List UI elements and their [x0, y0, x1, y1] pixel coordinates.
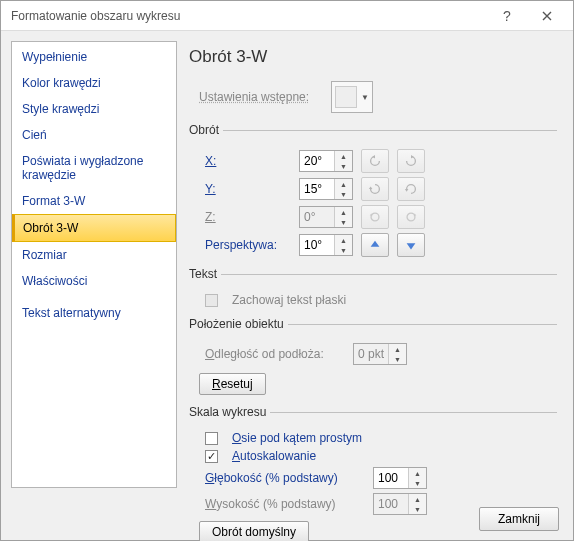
- y-label: Y:: [205, 182, 291, 196]
- svg-point-0: [371, 213, 379, 221]
- distance-spinner-arrows: ▲▼: [388, 344, 406, 364]
- arrow-up-icon: [368, 238, 382, 252]
- help-button[interactable]: ?: [487, 2, 527, 30]
- depth-label: Głębokość (% podstawy): [205, 471, 365, 485]
- rotation-group: Obrót X: ▲▼ Y:: [189, 123, 557, 261]
- z-rotate-ccw-button: [361, 205, 389, 229]
- preset-swatch-icon: [335, 86, 357, 108]
- sidebar-item-border-styles[interactable]: Style krawędzi: [12, 96, 176, 122]
- perspective-spinner-arrows[interactable]: ▲▼: [334, 235, 352, 255]
- close-button[interactable]: [527, 2, 567, 30]
- sidebar-item-3d-format[interactable]: Format 3-W: [12, 188, 176, 214]
- reset-button[interactable]: Resetuj: [199, 373, 266, 395]
- rotate-ccw-icon: [368, 210, 382, 224]
- sidebar-item-shadow[interactable]: Cień: [12, 122, 176, 148]
- perspective-wide-button[interactable]: [397, 233, 425, 257]
- distance-input: [354, 344, 388, 364]
- keep-text-flat-checkbox: [205, 294, 218, 307]
- chevron-down-icon: ▼: [361, 93, 369, 102]
- sidebar-item-glow[interactable]: Poświata i wygładzone krawędzie: [12, 148, 176, 188]
- perspective-label: Perspektywa:: [205, 238, 291, 252]
- category-sidebar: Wypełnienie Kolor krawędzi Style krawędz…: [11, 41, 177, 488]
- sidebar-item-fill[interactable]: Wypełnienie: [12, 44, 176, 70]
- distance-label: Odległość od podłoża:: [205, 347, 345, 361]
- presets-label: Ustawienia wstępne:: [199, 90, 309, 104]
- position-group: Położenie obiektu Odległość od podłoża: …: [189, 317, 557, 399]
- text-legend: Tekst: [189, 267, 221, 281]
- perspective-narrow-button[interactable]: [361, 233, 389, 257]
- autoscale-label: Autoskalowanie: [232, 449, 316, 463]
- rotate-cw-icon: [404, 210, 418, 224]
- presets-dropdown[interactable]: ▼: [331, 81, 373, 113]
- keep-text-flat-label: Zachowaj tekst płaski: [232, 293, 346, 307]
- sidebar-item-size[interactable]: Rozmiar: [12, 242, 176, 268]
- z-rotate-cw-button: [397, 205, 425, 229]
- x-spinner[interactable]: ▲▼: [299, 150, 353, 172]
- y-spinner[interactable]: ▲▼: [299, 178, 353, 200]
- dialog-body: Wypełnienie Kolor krawędzi Style krawędz…: [1, 31, 573, 498]
- z-input: [300, 207, 334, 227]
- right-angle-checkbox[interactable]: [205, 432, 218, 445]
- close-dialog-button[interactable]: Zamknij: [479, 507, 559, 531]
- depth-spinner-arrows[interactable]: ▲▼: [408, 468, 426, 488]
- rotation-legend: Obrót: [189, 123, 223, 137]
- scale-legend: Skala wykresu: [189, 405, 270, 419]
- x-input[interactable]: [300, 151, 334, 171]
- position-legend: Położenie obiektu: [189, 317, 288, 331]
- perspective-spinner[interactable]: ▲▼: [299, 234, 353, 256]
- depth-spinner[interactable]: ▲▼: [373, 467, 427, 489]
- rotate-left-icon: [368, 154, 382, 168]
- sidebar-item-properties[interactable]: Właściwości: [12, 268, 176, 294]
- titlebar: Formatowanie obszaru wykresu ?: [1, 1, 573, 31]
- perspective-input[interactable]: [300, 235, 334, 255]
- dialog-window: Formatowanie obszaru wykresu ? Wypełnien…: [0, 0, 574, 541]
- sidebar-item-border-color[interactable]: Kolor krawędzi: [12, 70, 176, 96]
- z-label: Z:: [205, 210, 291, 224]
- arrow-down-icon: [404, 238, 418, 252]
- close-icon: [542, 11, 552, 21]
- svg-point-1: [407, 213, 415, 221]
- x-label: X:: [205, 154, 291, 168]
- rotate-up-icon: [368, 182, 382, 196]
- panel-title: Obrót 3-W: [189, 47, 557, 67]
- rotate-right-icon: [404, 154, 418, 168]
- z-spinner-arrows: ▲▼: [334, 207, 352, 227]
- depth-input[interactable]: [374, 468, 408, 488]
- dialog-footer: Zamknij: [1, 498, 573, 540]
- window-title: Formatowanie obszaru wykresu: [11, 9, 487, 23]
- sidebar-item-3d-rotation[interactable]: Obrót 3-W: [12, 214, 176, 242]
- y-spinner-arrows[interactable]: ▲▼: [334, 179, 352, 199]
- x-rotate-right-button[interactable]: [397, 149, 425, 173]
- right-angle-label: Osie pod kątem prostym: [232, 431, 362, 445]
- x-rotate-left-button[interactable]: [361, 149, 389, 173]
- text-group: Tekst Zachowaj tekst płaski: [189, 267, 557, 311]
- rotate-down-icon: [404, 182, 418, 196]
- z-spinner: ▲▼: [299, 206, 353, 228]
- autoscale-checkbox[interactable]: [205, 450, 218, 463]
- content-panel: Obrót 3-W Ustawienia wstępne: ▼ Obrót X:…: [187, 41, 563, 488]
- y-rotate-down-button[interactable]: [397, 177, 425, 201]
- distance-spinner: ▲▼: [353, 343, 407, 365]
- y-rotate-up-button[interactable]: [361, 177, 389, 201]
- y-input[interactable]: [300, 179, 334, 199]
- sidebar-item-alt-text[interactable]: Tekst alternatywny: [12, 300, 176, 326]
- x-spinner-arrows[interactable]: ▲▼: [334, 151, 352, 171]
